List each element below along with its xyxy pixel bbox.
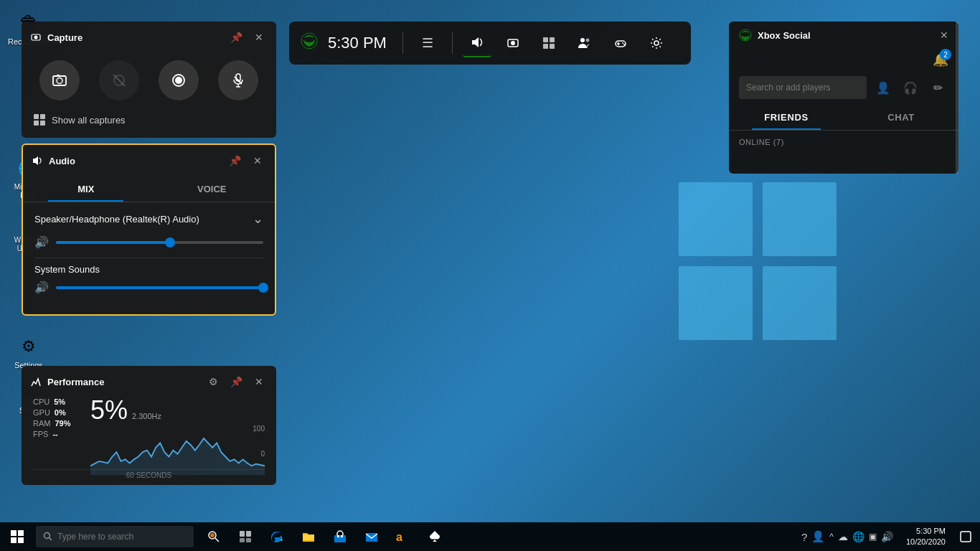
perf-ram-row: RAM 79% <box>33 419 83 428</box>
taskbar-explorer-icon[interactable] <box>294 522 323 551</box>
perf-close-icon[interactable]: ✕ <box>250 373 268 390</box>
audio-pin-icon[interactable]: 📌 <box>226 152 243 169</box>
svg-rect-4 <box>550 37 555 42</box>
headset-icon[interactable]: 🎧 <box>900 77 921 98</box>
perf-pin-icon[interactable]: 📌 <box>227 373 245 390</box>
screenshot-button[interactable] <box>39 60 80 100</box>
record-disabled-button[interactable] <box>99 60 139 100</box>
xbox-capture-icon[interactable] <box>499 29 527 57</box>
pin-icon[interactable]: 📌 <box>227 29 245 46</box>
svg-rect-43 <box>240 531 245 537</box>
taskbar-search-input[interactable] <box>57 532 172 542</box>
mic-button[interactable] <box>218 60 258 100</box>
help-icon[interactable]: ? <box>801 531 807 543</box>
compose-icon[interactable]: ✏ <box>927 77 948 98</box>
dropbox-icon[interactable]: ▣ <box>869 532 877 542</box>
capture-close-icon[interactable]: ✕ <box>250 29 268 46</box>
xbox-volume-icon[interactable] <box>463 29 491 57</box>
audio-panel-header: Audio 📌 ✕ <box>23 145 275 176</box>
svg-line-39 <box>50 538 52 541</box>
taskbar-search-box[interactable] <box>36 526 194 547</box>
perf-header-icon <box>30 376 42 387</box>
social-panel-title: Xbox Social <box>758 30 934 41</box>
xbox-people-icon[interactable] <box>570 29 599 57</box>
chevron-down-icon[interactable]: ⌄ <box>253 211 263 227</box>
perf-fps-row: FPS -- <box>33 430 83 438</box>
add-friend-icon[interactable]: 👤 <box>872 77 894 98</box>
perf-settings-icon[interactable]: ⚙ <box>204 373 222 390</box>
svg-point-16 <box>34 36 38 39</box>
xbox-bar-divider-1 <box>402 32 403 54</box>
perf-frequency: 2.300Hz <box>132 412 161 420</box>
tab-voice[interactable]: VOICE <box>149 176 275 202</box>
audio-header-icon <box>32 155 43 166</box>
network-icon[interactable]: 🌐 <box>852 531 864 542</box>
svg-rect-48 <box>337 535 339 537</box>
taskbar-store-icon[interactable] <box>326 522 354 551</box>
perf-gpu-val: 0% <box>55 408 66 417</box>
svg-rect-35 <box>18 530 24 536</box>
perf-panel-header: Performance ⚙ 📌 ✕ <box>22 366 276 397</box>
start-button[interactable] <box>0 522 34 551</box>
xbox-gallery-icon[interactable] <box>534 29 563 57</box>
taskbar-edge-icon[interactable] <box>263 522 291 551</box>
taskbar-search-btn[interactable] <box>199 522 228 551</box>
xbox-game-bar: 5:30 PM ☰ <box>289 22 691 65</box>
audio-panel-title: Audio <box>49 156 220 166</box>
xbox-time: 5:30 PM <box>328 34 387 52</box>
taskbar-amazon-icon[interactable]: a <box>389 522 418 551</box>
tab-chat[interactable]: CHAT <box>844 105 958 130</box>
social-search-input[interactable] <box>739 76 867 99</box>
perf-chart: 5% 2.300Hz 100 0 <box>90 397 265 462</box>
taskbar-task-view[interactable] <box>231 522 260 551</box>
svg-point-8 <box>585 39 589 42</box>
social-tabs: FRIENDS CHAT <box>729 105 958 131</box>
volume-tray-icon[interactable]: 🔊 <box>881 531 893 542</box>
audio-panel: Audio 📌 ✕ MIX VOICE Speaker/Headphone (R… <box>22 143 276 316</box>
taskbar-mail-icon[interactable] <box>357 522 386 551</box>
perf-cpu-val: 5% <box>54 397 65 406</box>
action-center-button[interactable] <box>954 522 977 551</box>
perf-chart-svg <box>90 425 265 475</box>
taskbar-right: ? 👤 ^ ☁ 🌐 ▣ 🔊 5:30 PM 10/20/2020 <box>797 522 980 551</box>
svg-point-12 <box>622 42 623 44</box>
xbox-controller-icon[interactable] <box>606 29 635 57</box>
social-search-row: 👤 🎧 ✏ <box>729 70 958 105</box>
chart-zero-label: 0 <box>260 450 265 458</box>
record-button[interactable] <box>159 60 199 100</box>
social-close-icon[interactable]: ✕ <box>940 29 948 41</box>
xbox-social-logo <box>739 29 752 42</box>
xbox-settings-icon[interactable] <box>642 29 671 57</box>
svg-point-23 <box>175 77 182 84</box>
svg-point-2 <box>511 41 515 45</box>
cloud-icon[interactable]: ☁ <box>838 531 848 542</box>
audio-close-icon[interactable]: ✕ <box>249 152 266 169</box>
taskbar-clock[interactable]: 5:30 PM 10/20/2020 <box>900 526 951 548</box>
xbox-menu-icon[interactable]: ☰ <box>413 29 442 57</box>
tab-mix[interactable]: MIX <box>23 176 149 202</box>
system-sounds-label: System Sounds <box>23 258 275 278</box>
tab-friends[interactable]: FRIENDS <box>729 105 844 130</box>
system-slider[interactable] <box>56 286 263 289</box>
perf-panel-title: Performance <box>47 377 199 387</box>
svg-rect-47 <box>334 535 346 542</box>
caret-icon[interactable]: ^ <box>829 532 834 542</box>
xbox-bar-divider-2 <box>452 32 453 54</box>
taskbar: a ? 👤 ^ ☁ 🌐 ▣ 🔊 5:30 PM 10/20/2020 <box>0 522 980 551</box>
people-tray-icon[interactable]: 👤 <box>811 530 825 543</box>
system-sound-icon: 🔊 <box>34 281 49 294</box>
svg-point-7 <box>580 38 585 42</box>
speaker-slider[interactable] <box>56 241 263 244</box>
notification-bell[interactable]: 🔔 2 <box>933 52 948 67</box>
svg-rect-36 <box>11 537 17 543</box>
audio-device-name: Speaker/Headphone (Realtek(R) Audio) ⌄ <box>23 202 275 232</box>
perf-cpu-key: CPU <box>33 397 50 406</box>
capture-panel-title: Capture <box>47 32 222 43</box>
speaker-volume-row: 🔊 <box>23 232 275 258</box>
show-all-captures[interactable]: Show all captures <box>33 109 265 131</box>
svg-rect-3 <box>543 37 548 42</box>
social-scrollbar[interactable] <box>956 22 958 174</box>
taskbar-spades-icon[interactable] <box>420 522 449 551</box>
captures-gallery-icon <box>33 113 46 126</box>
social-panel-body: ONLINE (7) <box>729 131 958 174</box>
